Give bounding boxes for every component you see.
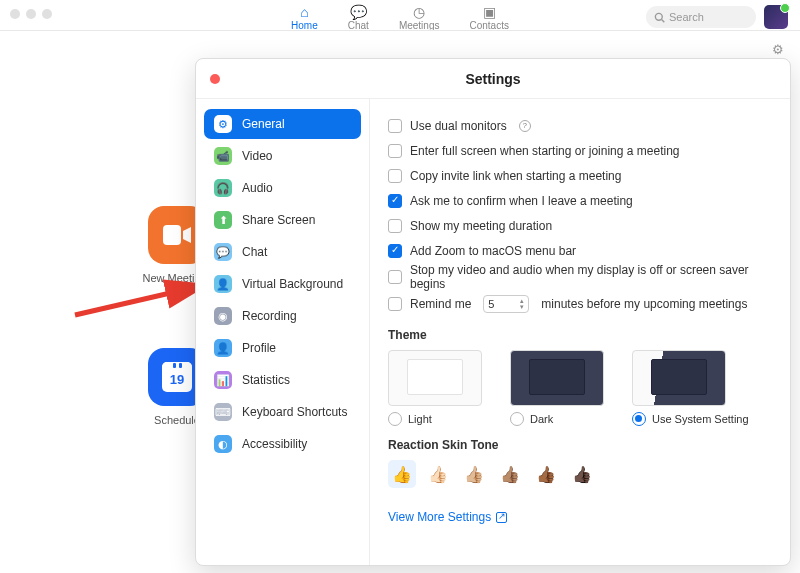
option-label: Enter full screen when starting or joini… [410,144,679,158]
radio[interactable] [388,412,402,426]
skin-tone-option[interactable]: 👍🏽 [496,460,524,488]
traffic-min[interactable] [26,9,36,19]
skin-tone-option[interactable]: 👍 [388,460,416,488]
checkbox[interactable] [388,144,402,158]
theme-label: Dark [530,413,553,425]
theme-thumb [510,350,604,406]
sidebar-label: Video [242,149,272,163]
top-nav: ⌂Home💬Chat◷Meetings▣Contacts [291,4,509,31]
avatar[interactable] [764,5,788,29]
sidebar-icon: ⬆ [214,211,232,229]
checkbox[interactable] [388,297,402,311]
stepper-icon[interactable]: ▴▾ [520,298,524,310]
option-remind[interactable]: Remind me 5 ▴▾ minutes before my upcomin… [388,291,772,316]
theme-heading: Theme [388,328,772,342]
checkbox[interactable] [388,119,402,133]
sidebar-icon: 👤 [214,339,232,357]
sidebar-label: Accessibility [242,437,307,451]
sidebar-label: Share Screen [242,213,315,227]
option-label: Show my meeting duration [410,219,552,233]
option-label: Ask me to confirm when I leave a meeting [410,194,633,208]
traffic-max[interactable] [42,9,52,19]
nav-home[interactable]: ⌂Home [291,4,318,31]
traffic-close[interactable] [10,9,20,19]
theme-thumb [632,350,726,406]
sidebar-icon: 🎧 [214,179,232,197]
nav-meetings[interactable]: ◷Meetings [399,4,440,31]
settings-gear-icon[interactable]: ⚙ [772,42,784,57]
svg-line-1 [662,19,665,22]
option-label: Use dual monitors [410,119,507,133]
skin-tones: 👍👍🏻👍🏼👍🏽👍🏾👍🏿 [388,460,772,488]
checkbox[interactable] [388,219,402,233]
theme-label: Light [408,413,432,425]
svg-rect-2 [163,225,181,245]
settings-window: Settings ⚙General📹Video🎧Audio⬆Share Scre… [195,58,791,566]
theme-label: Use System Setting [652,413,749,425]
sidebar-icon: ⌨ [214,403,232,421]
view-more-link[interactable]: View More Settings [388,510,507,524]
sidebar-icon: ⚙ [214,115,232,133]
sidebar-icon: 📊 [214,371,232,389]
svg-point-0 [655,13,662,20]
theme-option-light[interactable]: Light [388,350,482,426]
search-placeholder: Search [669,11,704,23]
sidebar-item-profile[interactable]: 👤Profile [204,333,361,363]
sidebar-item-statistics[interactable]: 📊Statistics [204,365,361,395]
option-row[interactable]: Stop my video and audio when my display … [388,263,772,291]
theme-option-sys[interactable]: Use System Setting [632,350,749,426]
radio[interactable] [510,412,524,426]
option-row[interactable]: Enter full screen when starting or joini… [388,138,772,163]
contacts-icon: ▣ [483,4,496,20]
settings-title: Settings [465,71,520,87]
checkbox[interactable] [388,169,402,183]
sidebar-item-keyboard-shortcuts[interactable]: ⌨Keyboard Shortcuts [204,397,361,427]
settings-header: Settings [196,59,790,99]
nav-contacts[interactable]: ▣Contacts [469,4,508,31]
sidebar-item-video[interactable]: 📹Video [204,141,361,171]
skin-tone-option[interactable]: 👍🏿 [568,460,596,488]
sidebar-icon: 📹 [214,147,232,165]
sidebar-icon: ◐ [214,435,232,453]
theme-thumb [388,350,482,406]
sidebar-icon: 💬 [214,243,232,261]
skin-tone-option[interactable]: 👍🏻 [424,460,452,488]
option-row[interactable]: Add Zoom to macOS menu bar [388,238,772,263]
help-icon[interactable]: ? [519,120,531,132]
checkbox[interactable] [388,270,402,284]
sidebar-label: Profile [242,341,276,355]
search-icon [654,12,665,23]
home-icon: ⌂ [300,4,308,20]
header-divider [0,30,800,31]
sidebar-label: Statistics [242,373,290,387]
skin-tone-option[interactable]: 👍🏾 [532,460,560,488]
checkbox[interactable] [388,194,402,208]
sidebar-item-accessibility[interactable]: ◐Accessibility [204,429,361,459]
option-row[interactable]: Ask me to confirm when I leave a meeting [388,188,772,213]
remind-minutes-input[interactable]: 5 ▴▾ [483,295,529,313]
option-row[interactable]: Copy invite link when starting a meeting [388,163,772,188]
option-row[interactable]: Show my meeting duration [388,213,772,238]
sidebar-label: Virtual Background [242,277,343,291]
option-label: Copy invite link when starting a meeting [410,169,621,183]
radio[interactable] [632,412,646,426]
sidebar-label: Keyboard Shortcuts [242,405,347,419]
checkbox[interactable] [388,244,402,258]
skin-heading: Reaction Skin Tone [388,438,772,452]
skin-tone-option[interactable]: 👍🏼 [460,460,488,488]
clock-icon: ◷ [413,4,425,20]
theme-option-dark[interactable]: Dark [510,350,604,426]
close-icon[interactable] [210,74,220,84]
sidebar-item-audio[interactable]: 🎧Audio [204,173,361,203]
sidebar-item-general[interactable]: ⚙General [204,109,361,139]
sidebar-item-virtual-background[interactable]: 👤Virtual Background [204,269,361,299]
sidebar-label: Recording [242,309,297,323]
remind-suffix: minutes before my upcoming meetings [541,297,747,311]
search-input[interactable]: Search [646,6,756,28]
settings-content: Use dual monitors?Enter full screen when… [370,99,790,565]
sidebar-item-share-screen[interactable]: ⬆Share Screen [204,205,361,235]
option-row[interactable]: Use dual monitors? [388,113,772,138]
sidebar-item-recording[interactable]: ◉Recording [204,301,361,331]
nav-chat[interactable]: 💬Chat [348,4,369,31]
sidebar-item-chat[interactable]: 💬Chat [204,237,361,267]
